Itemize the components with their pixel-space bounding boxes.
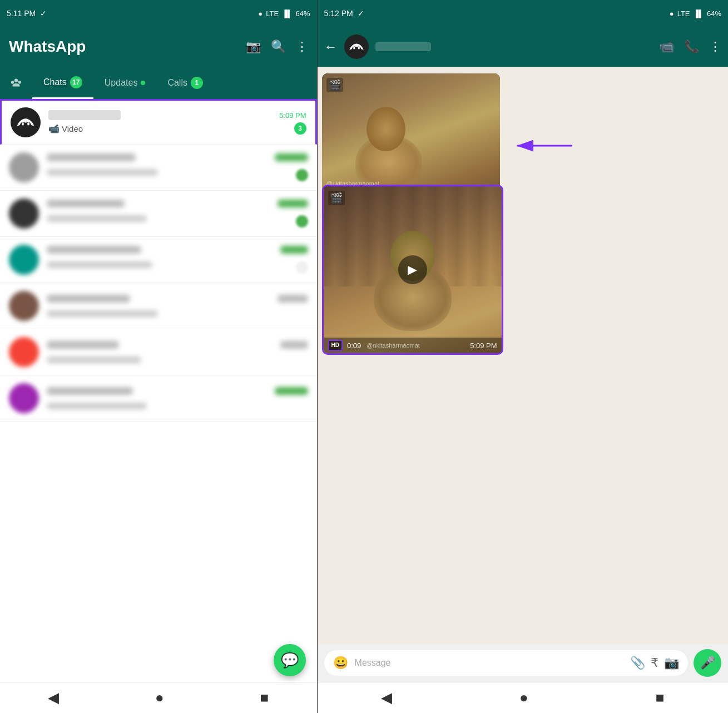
nav-square-left[interactable]: ■ [260,689,269,706]
watermark-2: @nkitasharmaomat [367,342,420,349]
video-call-icon[interactable]: 📹 [659,39,674,54]
attach-icon[interactable]: 📎 [630,656,645,670]
right-status-bar: 5:12 PM ✓ ● LTE ▐▌ 64% [318,0,728,27]
status-time-left: 5:11 PM [7,9,36,18]
emoji-icon[interactable]: 😀 [333,656,348,670]
name-blur-5 [47,341,119,349]
chat-row-2[interactable] [0,191,317,237]
chat-name-blurred [48,110,121,120]
hd-badge-2: HD [328,340,343,351]
voice-call-icon[interactable]: 📞 [684,39,699,54]
message-placeholder[interactable]: Message [355,658,623,668]
more-icon[interactable]: ⋮ [296,39,308,54]
left-panel: 5:11 PM ✓ ● LTE ▐▌ 64% WhatsApp 📷 🔍 ⋮ [0,0,317,713]
chat-row-6[interactable] [0,375,317,422]
unread-badge: 3 [294,122,306,135]
nav-home-right[interactable]: ● [519,689,528,706]
message-input-wrapper: 😀 Message 📎 ₹ 📷 [324,650,688,676]
right-status-right: ● LTE ▐▌ 64% [670,9,721,18]
avatar-5 [9,337,39,367]
right-status-check: ✓ [358,9,364,18]
left-nav-bar: ◀ ● ■ [0,682,317,713]
avatar-6 [9,383,39,413]
chat-row-3[interactable] [0,237,317,283]
right-batman-icon [349,39,364,55]
nav-home-left[interactable]: ● [155,689,164,706]
signal-icon: ● [258,9,263,18]
tab-calls-label: Calls [167,78,187,88]
fab-spacer [0,422,317,449]
highlighted-chat-content: 5:09 PM 📹 Video 3 [48,110,306,135]
right-panel: 5:12 PM ✓ ● LTE ▐▌ 64% ← 📹 📞 ⋮ [318,0,728,713]
left-status-bar: 5:11 PM ✓ ● LTE ▐▌ 64% [0,0,317,27]
chat-preview: 📹 Video [48,123,83,134]
fab-wrapper: 💬 [274,644,306,676]
search-icon[interactable]: 🔍 [271,39,286,54]
svg-point-3 [22,122,24,125]
name-blur-6 [47,387,133,395]
chat-messages: 🎬 @nkitasharmaomat HD 5:08 PM ↩ [318,67,728,644]
msg-wrapper-2: 🎬 ▶ HD 0:09 @nkitasharmaomat 5:09 PM ↩ [322,185,724,355]
svg-point-2 [18,81,21,83]
nav-back-left[interactable]: ◀ [48,689,59,706]
blur-content-5 [47,341,308,363]
chat-list: 5:09 PM 📹 Video 3 [0,99,317,682]
chat-time: 5:09 PM [279,111,306,120]
msg-blur-1 [47,169,158,176]
svg-point-4 [27,122,29,125]
name-blur-4 [47,295,130,303]
tab-calls-badge: 1 [191,77,203,89]
camera-msg-icon[interactable]: 📷 [664,656,679,670]
blur-content-3 [47,246,308,274]
more-options-icon[interactable]: ⋮ [709,39,721,54]
tab-updates-label: Updates [105,78,138,88]
svg-point-6 [358,47,359,49]
blur-content-4 [47,295,308,317]
chat-row-1[interactable] [0,145,317,191]
batman-avatar [11,107,41,137]
top-bar-icons: 📷 🔍 ⋮ [246,39,308,54]
mic-button[interactable]: 🎤 [694,649,721,677]
chat-bottom: 📹 Video 3 [48,122,306,135]
tab-updates[interactable]: Updates [93,67,157,99]
tabs-bar: Chats 17 Updates Calls 1 [0,67,317,99]
badge-2 [296,215,308,227]
right-action-icons: 📹 📞 ⋮ [659,39,721,54]
rupee-icon[interactable]: ₹ [651,656,658,670]
video-bubble-2[interactable]: 🎬 ▶ HD 0:09 @nkitasharmaomat 5:09 PM ↩ [322,185,503,355]
msg-bottom-bar: 😀 Message 📎 ₹ 📷 🎤 [318,644,728,682]
nav-square-right[interactable]: ■ [656,689,665,706]
video-meta-2: HD 0:09 @nkitasharmaomat 5:09 PM [324,338,502,353]
video-duration-2: 0:09 [347,341,361,350]
nav-back-right[interactable]: ◀ [381,689,392,706]
camera-icon[interactable]: 📷 [246,39,261,54]
video-preview-icon: 📹 [48,123,60,134]
time-blur-4 [278,295,308,303]
badge-1 [296,169,308,181]
avatar-1 [9,152,39,182]
tab-chats[interactable]: Chats 17 [32,67,93,99]
chat-row-5[interactable] [0,329,317,375]
battery-left: 64% [296,9,310,18]
compose-fab[interactable]: 💬 [274,644,306,676]
film-icon-2: 🎬 [328,191,345,205]
tab-updates-dot [141,81,145,85]
svg-point-5 [353,47,355,49]
batman-icon [16,113,35,132]
tab-calls[interactable]: Calls 1 [156,67,214,99]
time-blur-1 [275,154,308,161]
app-title: WhatsApp [9,38,86,56]
right-chat-avatar[interactable] [344,34,369,59]
msg-blur-5 [47,356,141,363]
community-icon[interactable] [0,67,32,99]
badge-3 [296,261,308,274]
msg-blur-6 [47,403,147,409]
right-back-button[interactable]: ← [324,39,338,55]
time-blur-2 [278,200,308,207]
highlighted-chat-item[interactable]: 5:09 PM 📹 Video 3 [0,99,317,145]
play-button-2[interactable]: ▶ [398,255,427,284]
video-thumb-2: 🎬 ▶ [324,186,502,353]
time-blur-3 [280,246,308,254]
chat-row-4[interactable] [0,283,317,329]
time-blur-6 [275,387,308,395]
